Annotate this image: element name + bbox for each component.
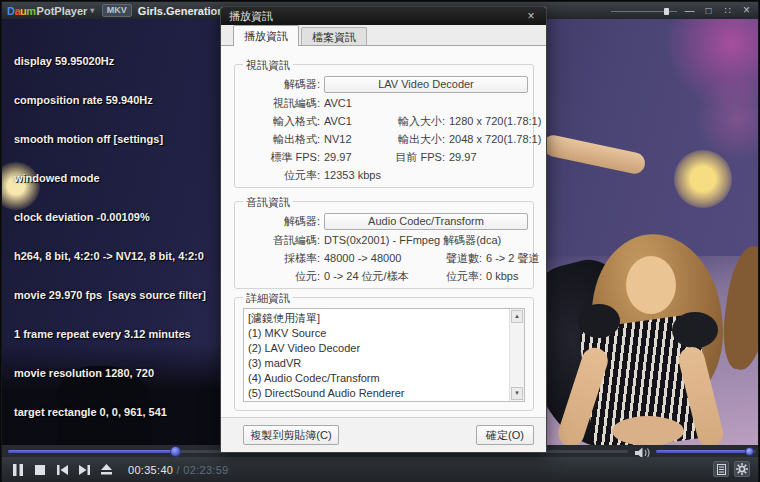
window-close-button[interactable]: ×	[740, 2, 753, 19]
video-bitrate-label: 位元率:	[245, 168, 320, 183]
eject-button[interactable]	[98, 462, 114, 478]
audio-codec-label: 音訊編碼:	[245, 233, 320, 248]
filter-list-line: (3) madVR	[248, 356, 504, 371]
osd-line: movie resolution 1280, 720	[14, 367, 206, 380]
time-display: 00:35:40 / 02:23:59	[128, 464, 229, 476]
titlebar-slider[interactable]	[611, 6, 677, 16]
next-button[interactable]	[76, 462, 92, 478]
osd-line: clock deviation -0.00109%	[14, 211, 206, 224]
input-format-value: AVC1	[324, 115, 387, 127]
current-fps-label: 目前 FPS:	[387, 150, 445, 165]
sample-rate-label: 採樣率:	[245, 251, 320, 266]
audio-info-group: 音訊資訊 解碼器: Audio Codec/Transform 音訊編碼: DT…	[234, 201, 534, 289]
dialog-page: 視訊資訊 解碼器: LAV Video Decoder 視訊編碼: AVC1 輸…	[221, 46, 546, 419]
speaker-icon[interactable]	[635, 445, 651, 457]
osd-line: smooth motion off [settings]	[14, 133, 206, 146]
stop-button[interactable]	[32, 462, 48, 478]
video-codec-label: 視訊編碼:	[245, 96, 320, 111]
standard-fps-value: 29.97	[324, 151, 387, 163]
osd-line: display 59.95020Hz	[14, 55, 206, 68]
bits-label: 位元:	[245, 269, 320, 284]
tab-file-info[interactable]: 檔案資訊	[301, 27, 367, 45]
madvr-osd-stats: display 59.95020Hz composition rate 59.9…	[14, 29, 206, 445]
maximize-button[interactable]: □	[702, 2, 715, 19]
osd-line: movie 29.970 fps [says source filter]	[14, 289, 206, 302]
filter-list-line: [濾鏡使用清單]	[248, 311, 504, 326]
playlist-button[interactable]	[713, 461, 729, 477]
pause-button[interactable]	[10, 462, 26, 478]
video-info-group-title: 視訊資訊	[243, 58, 293, 73]
previous-button[interactable]	[54, 462, 70, 478]
list-scrollbar[interactable]: ▲ ▼	[509, 309, 524, 401]
performer-shoulder	[578, 304, 620, 338]
input-size-value: 1280 x 720(1.78:1)	[449, 115, 541, 127]
app-name: PotPlayer	[37, 5, 88, 17]
scroll-up-button[interactable]: ▲	[511, 310, 523, 323]
seek-played	[8, 450, 175, 453]
daum-logo-letter: m	[26, 5, 35, 17]
channels-label: 聲道數:	[424, 251, 482, 266]
volume-fill	[656, 450, 749, 453]
dialog-titlebar[interactable]: 播放資訊 ×	[221, 7, 546, 25]
standard-fps-label: 標準 FPS:	[245, 150, 320, 165]
input-format-label: 輸入格式:	[245, 114, 320, 129]
volume-knob[interactable]	[745, 447, 754, 456]
tab-playback-info[interactable]: 播放資訊	[233, 25, 299, 46]
current-fps-value: 29.97	[449, 151, 477, 163]
ok-button[interactable]: 確定(O)	[476, 425, 534, 445]
audio-decoder-button[interactable]: Audio Codec/Transform	[324, 213, 528, 230]
snap-grid-button[interactable]: ∷	[721, 2, 734, 19]
audio-codec-value: DTS(0x2001) - FFmpeg 解碼器(dca)	[324, 233, 501, 248]
performer-hands	[612, 416, 684, 445]
control-bar: 00:35:40 / 02:23:59	[2, 457, 758, 482]
audio-decoder-label: 解碼器:	[245, 214, 320, 229]
potplayer-window: Daum PotPlayer ▾ MKV Girls.Generation.Gi…	[0, 0, 760, 482]
audio-bitrate-value: 0 kbps	[486, 270, 518, 282]
output-size-value: 2048 x 720(1.78:1)	[449, 133, 541, 145]
filter-list-box[interactable]: [濾鏡使用清單] (1) MKV Source (2) LAV Video De…	[243, 308, 525, 402]
detail-info-group: 詳細資訊 [濾鏡使用清單] (1) MKV Source (2) LAV Vid…	[234, 297, 534, 411]
filter-list-line: (1) MKV Source	[248, 326, 504, 341]
video-codec-value: AVC1	[324, 97, 352, 109]
time-separator: /	[173, 464, 183, 476]
audio-bitrate-label: 位元率:	[424, 269, 482, 284]
stage-light-orb	[674, 150, 732, 208]
input-size-label: 輸入大小:	[387, 114, 445, 129]
performer-shoulder	[672, 312, 718, 348]
potplayer-logo-menu[interactable]: Daum PotPlayer ▾	[7, 5, 94, 17]
video-bitrate-value: 12353 kbps	[324, 169, 381, 181]
format-badge: MKV	[102, 4, 132, 17]
osd-line: composition rate 59.940Hz	[14, 94, 206, 107]
dialog-close-button[interactable]: ×	[524, 9, 538, 23]
osd-line: target rectangle 0, 0, 961, 541	[14, 406, 206, 419]
output-format-label: 輸出格式:	[245, 132, 320, 147]
bits-value: 0 -> 24 位元/樣本	[324, 269, 424, 284]
volume-bar[interactable]	[656, 450, 756, 453]
video-info-group: 視訊資訊 解碼器: LAV Video Decoder 視訊編碼: AVC1 輸…	[234, 64, 534, 188]
minimize-button[interactable]: —	[683, 2, 696, 19]
filter-list-line: (2) LAV Video Decoder	[248, 341, 504, 356]
titlebar-slider-knob[interactable]	[664, 8, 669, 15]
video-decoder-label: 解碼器:	[245, 77, 320, 92]
video-decoder-button[interactable]: LAV Video Decoder	[324, 76, 528, 93]
audio-info-group-title: 音訊資訊	[243, 195, 293, 210]
performer-face	[626, 256, 676, 314]
channels-value: 6 -> 2 聲道	[486, 251, 540, 266]
copy-to-clipboard-button[interactable]: 複製到剪貼簿(C)	[243, 425, 339, 445]
menu-caret-icon: ▾	[90, 6, 94, 15]
sample-rate-value: 48000 -> 48000	[324, 252, 424, 264]
output-size-label: 輸出大小:	[387, 132, 445, 147]
playback-info-dialog: 播放資訊 × 播放資訊 檔案資訊 視訊資訊 解碼器: LAV Video Dec…	[220, 6, 547, 453]
osd-line: windowed mode	[14, 172, 206, 185]
time-current: 00:35:40	[128, 464, 173, 476]
performer-arm	[541, 133, 647, 175]
daum-logo-letter: D	[7, 5, 14, 17]
scroll-down-button[interactable]: ▼	[511, 387, 523, 400]
osd-line: h264, 8 bit, 4:2:0 -> NV12, 8 bit, 4:2:0	[14, 250, 206, 263]
dialog-title: 播放資訊	[229, 9, 273, 24]
dialog-footer: 複製到剪貼簿(C) 確定(O)	[221, 417, 546, 452]
output-format-value: NV12	[324, 133, 387, 145]
seek-knob[interactable]	[170, 446, 181, 457]
settings-gear-button[interactable]	[734, 461, 750, 477]
filter-list-line: (5) DirectSound Audio Renderer	[248, 386, 504, 401]
